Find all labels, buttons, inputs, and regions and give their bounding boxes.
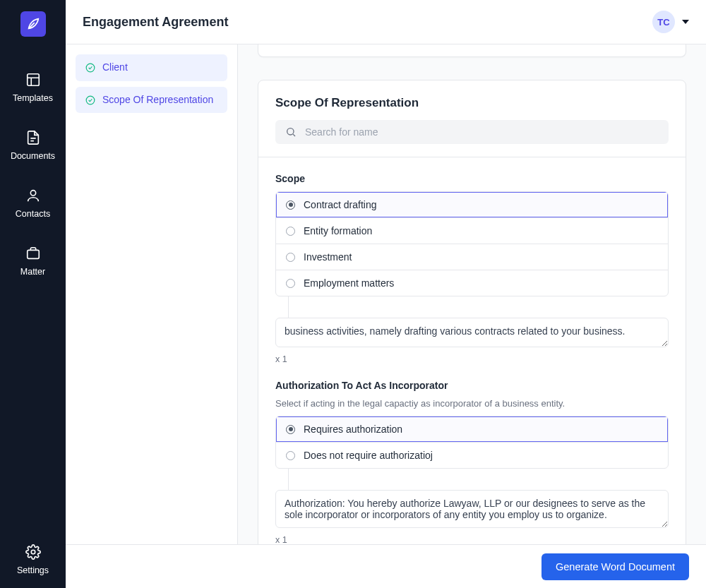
nav-templates[interactable]: Templates	[0, 65, 66, 123]
field-label: Scope	[275, 173, 669, 184]
page-title: Engagement Agreement	[83, 15, 228, 30]
scope-option-investment[interactable]: Investment	[276, 244, 668, 270]
scope-option-employment[interactable]: Employment matters	[276, 270, 668, 296]
radio-icon	[286, 200, 295, 210]
field-hint: Select if acting in the legal capactiy a…	[275, 398, 669, 409]
scope-note[interactable]	[275, 318, 669, 347]
main-area: Engagement Agreement TC Client Scope Of …	[66, 0, 706, 588]
scope-option-entity-formation[interactable]: Entity formation	[276, 218, 668, 244]
field-label: Authorization To Act As Incorporator	[275, 380, 669, 391]
svg-point-4	[86, 64, 95, 72]
chevron-down-icon	[682, 20, 689, 24]
svg-rect-2	[27, 250, 39, 258]
connector-line	[288, 469, 289, 490]
nav-settings[interactable]: Settings	[0, 537, 66, 588]
nav-label: Templates	[13, 93, 53, 103]
svg-point-1	[30, 191, 35, 196]
generate-word-document-button[interactable]: Generate Word Document	[542, 553, 689, 580]
app-logo[interactable]	[20, 11, 46, 37]
nav-label: Settings	[17, 565, 49, 575]
check-circle-icon	[85, 95, 95, 105]
footer: Generate Word Document	[66, 544, 706, 588]
radio-icon	[286, 253, 295, 262]
search-input[interactable]	[305, 126, 659, 138]
authorization-option-not-required[interactable]: Does not require authorizatioj	[276, 443, 668, 468]
scope-options: Contract drafting Entity formation Inves…	[275, 191, 669, 296]
svg-point-3	[31, 550, 35, 554]
card-header: Scope Of Representation	[258, 80, 686, 157]
svg-rect-0	[27, 74, 39, 86]
scope-field: Scope Contract drafting Entity formation…	[275, 173, 669, 364]
nav-label: Contacts	[16, 209, 50, 219]
section-label: Scope Of Representation	[102, 94, 213, 107]
nav-label: Documents	[11, 151, 55, 161]
card-title: Scope Of Representation	[275, 96, 669, 110]
contacts-icon	[25, 188, 41, 203]
scope-option-contract-drafting[interactable]: Contract drafting	[276, 192, 668, 218]
radio-icon	[286, 425, 295, 434]
counter: x 1	[275, 535, 669, 544]
check-circle-icon	[85, 63, 95, 73]
app-nav: Templates Documents Contacts Matter Sett…	[0, 0, 66, 588]
section-label: Client	[102, 61, 128, 74]
card-body: Scope Contract drafting Entity formation…	[258, 157, 686, 544]
nav-label: Matter	[20, 267, 45, 277]
counter: x 1	[275, 354, 669, 364]
nav-documents[interactable]: Documents	[0, 123, 66, 181]
feather-icon	[25, 16, 41, 32]
search-icon	[285, 126, 297, 138]
search-field[interactable]	[275, 120, 669, 144]
gear-icon	[25, 544, 41, 560]
user-menu[interactable]: TC	[652, 11, 689, 33]
previous-card-edge	[258, 44, 686, 57]
topbar: Engagement Agreement TC	[66, 0, 706, 44]
radio-icon	[286, 279, 295, 288]
body: Client Scope Of Representation Scope Of …	[66, 44, 706, 544]
svg-point-6	[287, 128, 294, 135]
authorization-options: Requires authorization Does not require …	[275, 416, 669, 469]
avatar: TC	[652, 11, 675, 33]
section-nav: Client Scope Of Representation	[66, 44, 238, 544]
content-scroll[interactable]: Scope Of Representation Scope Contract d…	[238, 44, 706, 544]
authorization-note[interactable]	[275, 490, 669, 528]
nav-matter[interactable]: Matter	[0, 239, 66, 296]
connector-line	[288, 296, 289, 318]
nav-contacts[interactable]: Contacts	[0, 181, 66, 239]
matter-icon	[25, 246, 41, 261]
svg-point-5	[86, 96, 95, 104]
scope-card: Scope Of Representation Scope Contract d…	[258, 80, 686, 544]
templates-icon	[25, 72, 41, 88]
radio-icon	[286, 451, 295, 460]
section-scope[interactable]: Scope Of Representation	[76, 87, 227, 114]
radio-icon	[286, 227, 295, 236]
section-client[interactable]: Client	[76, 54, 227, 81]
authorization-option-requires[interactable]: Requires authorization	[276, 416, 668, 443]
authorization-field: Authorization To Act As Incorporator Sel…	[275, 380, 669, 544]
documents-icon	[25, 130, 41, 145]
